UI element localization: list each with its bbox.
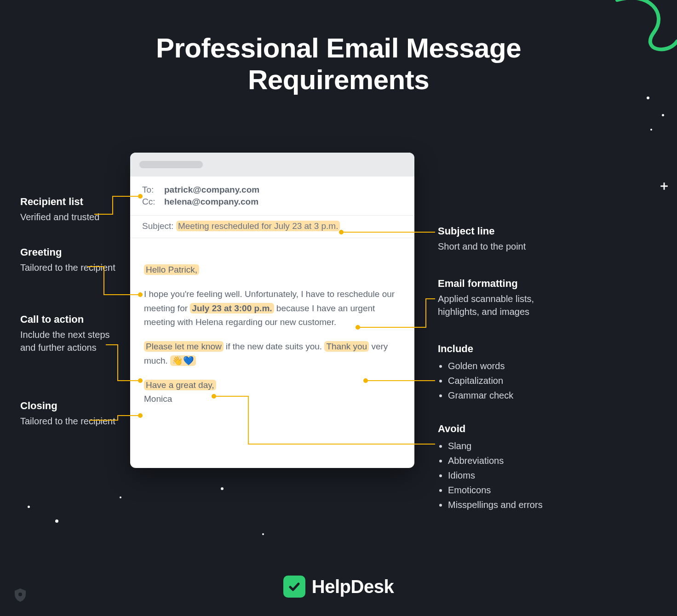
dot-greeting [138, 292, 143, 297]
email-body: Hello Patrick, I hope you're feeling wel… [130, 238, 414, 416]
dot-subject [339, 230, 344, 234]
emoji-block: 👋💙 [170, 355, 196, 366]
dot-recipient [138, 194, 143, 199]
cta-phrase: Please let me know [144, 341, 224, 352]
include-list: Golden words Capitalization Grammar chec… [438, 359, 557, 403]
avoid-list: Slang Abbreviations Idioms Emoticons Mis… [438, 439, 567, 512]
header-placeholder-pill [139, 161, 203, 168]
ann-avoid: Avoid Slang Abbreviations Idioms Emotico… [438, 423, 567, 512]
ann-closing: Closing Tailored to the recipient [20, 400, 121, 428]
subject-label: Subject: [142, 221, 174, 231]
main-paragraph: I hope you're feeling well. Unfortunatel… [144, 287, 401, 330]
signature-name: Monica [144, 394, 172, 404]
subject-row: Subject: Meeting rescheduled for July 23… [130, 216, 414, 238]
to-label: To: [142, 185, 159, 195]
greeting-text: Hello Patrick, [144, 264, 199, 275]
dot-closing [138, 413, 143, 418]
svg-point-2 [18, 593, 22, 596]
to-value: patrick@company.com [164, 185, 259, 195]
closing-phrase: Have a great day, [144, 380, 216, 390]
dot-include [363, 378, 368, 383]
brand-footer: HelpDesk [0, 576, 677, 598]
ann-recipient-list: Recipient list Verified and trusted [20, 196, 121, 223]
thank-you-phrase: Thank you [324, 341, 369, 352]
ann-include: Include Golden words Capitalization Gram… [438, 343, 557, 403]
dot-formatting [356, 325, 360, 330]
ann-call-to-action: Call to action Include the next steps an… [20, 314, 126, 354]
cc-label: Cc: [142, 197, 159, 207]
ann-greeting: Greeting Tailored to the recipient [20, 246, 121, 274]
helpdesk-logo-icon [283, 576, 305, 598]
reschedule-datetime: July 23 at 3:00 p.m. [190, 303, 274, 314]
email-composer-card: To: patrick@company.com Cc: helena@compa… [130, 153, 414, 468]
recipients-block: To: patrick@company.com Cc: helena@compa… [130, 177, 414, 215]
dot-cta [138, 378, 143, 383]
ann-email-formatting: Email formatting Applied scannable lists… [438, 278, 557, 318]
card-header-bar [130, 153, 414, 177]
cta-paragraph: Please let me know if the new date suits… [144, 340, 401, 368]
closing-paragraph: Have a great day, Monica [144, 378, 401, 407]
brand-name: HelpDesk [312, 576, 394, 597]
cc-value: helena@company.com [164, 197, 258, 207]
dot-avoid [212, 394, 216, 399]
shield-icon [14, 587, 27, 602]
subject-value: Meeting rescheduled for July 23 at 3 p.m… [176, 221, 340, 231]
ann-subject-line: Subject line Short and to the point [438, 225, 557, 253]
